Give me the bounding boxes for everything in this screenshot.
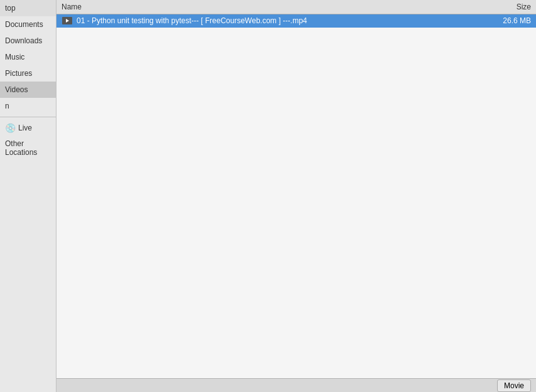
sidebar-item-live[interactable]: 💿 Live [0,120,56,136]
table-row[interactable]: 01 - Python unit testing with pytest--- … [56,14,536,28]
file-name: 01 - Python unit testing with pytest--- … [77,16,481,25]
drive-icon: 💿 [5,123,16,133]
sidebar-item-other-locations[interactable]: Other Locations [0,136,56,160]
main-container: top Documents Downloads Music Pictures V… [0,0,536,392]
content-area: Name Size 01 - Python unit testing with … [56,0,536,392]
sidebar-item-music[interactable]: Music [0,49,56,65]
size-column-header[interactable]: Size [486,1,536,13]
sidebar-item-downloads[interactable]: Downloads [0,33,56,49]
status-bar: Movie [56,378,536,392]
file-list[interactable]: 01 - Python unit testing with pytest--- … [56,14,536,378]
video-file-icon [62,16,73,25]
sidebar-divider [0,117,56,117]
name-column-header[interactable]: Name [56,1,486,13]
file-size: 26.6 MB [481,16,531,25]
sidebar-item-pictures[interactable]: Pictures [0,65,56,82]
video-icon [62,17,72,24]
sidebar-item-top[interactable]: top [0,0,56,16]
column-headers: Name Size [56,0,536,14]
sidebar-item-n[interactable]: n [0,98,56,114]
sidebar-item-videos[interactable]: Videos [0,82,56,98]
movie-button[interactable]: Movie [497,379,531,392]
sidebar-item-documents[interactable]: Documents [0,16,56,33]
sidebar: top Documents Downloads Music Pictures V… [0,0,56,392]
